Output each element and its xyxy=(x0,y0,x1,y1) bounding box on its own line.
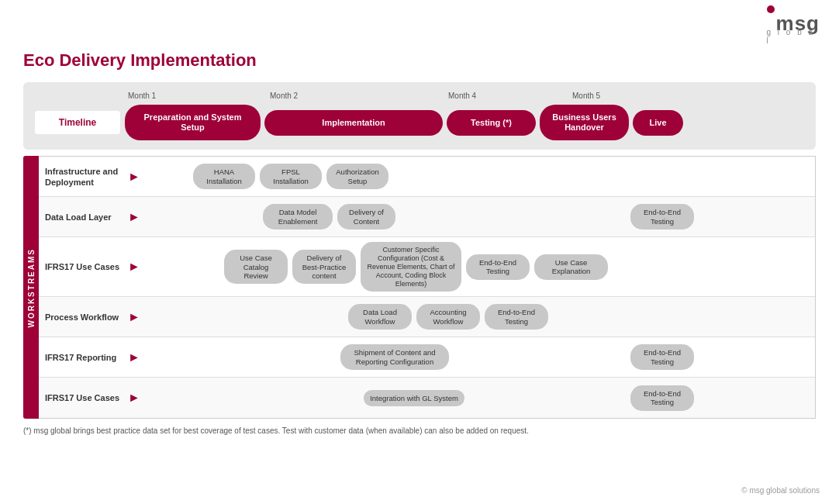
page: msg g l o b a l Eco Delivery Implementat… xyxy=(0,0,839,504)
ws-arrow-process-wf: ► xyxy=(128,310,150,324)
timeline-row: Timeline Preparation and System Setup Im… xyxy=(35,105,804,140)
ws-row-ifrs17-uc: IFRS17 Use Cases ► Use Case Catalog Revi… xyxy=(39,237,815,297)
task-e2e-data-load: End-to-End Testing xyxy=(630,204,694,230)
month-label-4: Month 4 xyxy=(448,91,572,100)
workstreams-label: WORKSTREAMS xyxy=(27,248,36,328)
task-usecase-explanation: Use Case Explanation xyxy=(534,254,608,280)
month-label-2: Month 2 xyxy=(270,91,448,100)
task-e2e-ifrs17-uc2: End-to-End Testing xyxy=(630,385,694,411)
month-label-1: Month 1 xyxy=(128,91,270,100)
ws-content-ifrs17-uc: Use Case Catalog Review Delivery of Best… xyxy=(150,242,815,292)
ws-arrow-ifrs17-uc: ► xyxy=(128,260,150,274)
task-hana: HANA Installation xyxy=(193,164,255,189)
task-e2e-process-wf: End-to-End Testing xyxy=(485,304,548,330)
ws-content-ifrs17-uc2: Integration with GL System End-to-End Te… xyxy=(150,385,815,411)
ws-rows: Infrastructure and Deployment ► HANA Ins… xyxy=(39,156,816,419)
phase-handover: Business Users Handover xyxy=(540,105,629,140)
ws-row-data-load: Data Load Layer ► Data Model Enablement … xyxy=(39,197,815,237)
ws-arrow-data-load: ► xyxy=(128,210,150,224)
task-auth: Authorization Setup xyxy=(326,164,388,189)
task-integration-gl: Integration with GL System xyxy=(364,390,464,406)
phase-test: Testing (*) xyxy=(447,110,536,136)
logo: msg g l o b a l xyxy=(767,12,820,36)
timeline-container: Month 1 Month 2 Month 4 Month 5 Timeline… xyxy=(23,82,816,150)
logo-dot xyxy=(767,5,775,13)
task-shipment-content: Shipment of Content and Reporting Config… xyxy=(340,344,449,370)
month-label-5: Month 5 xyxy=(572,91,696,100)
task-fpsl: FPSL Installation xyxy=(260,164,322,189)
ws-content-infra: HANA Installation FPSL Installation Auth… xyxy=(150,164,815,189)
ws-arrow-ifrs17-uc2: ► xyxy=(128,391,150,405)
ws-arrow-ifrs17-rep: ► xyxy=(128,350,150,364)
ws-row-process-wf: Process Workflow ► Data Load Workflow Ac… xyxy=(39,297,815,337)
task-data-load-wf: Data Load Workflow xyxy=(348,304,412,330)
timeline-label: Timeline xyxy=(35,111,120,134)
ws-content-process-wf: Data Load Workflow Accounting Workflow E… xyxy=(150,304,815,330)
task-customer-config: Customer Specific Configuration (Cost & … xyxy=(361,242,461,292)
task-e2e-ifrs17-uc: End-to-End Testing xyxy=(466,254,530,280)
workstreams-section: WORKSTREAMS Infrastructure and Deploymen… xyxy=(23,156,816,419)
ws-content-ifrs17-rep: Shipment of Content and Reporting Config… xyxy=(150,344,815,370)
task-accounting-wf: Accounting Workflow xyxy=(416,304,480,330)
ws-content-data-load: Data Model Enablement Delivery of Conten… xyxy=(150,204,815,230)
workstreams-label-col: WORKSTREAMS xyxy=(23,156,39,419)
ws-label-ifrs17-uc2: IFRS17 Use Cases xyxy=(39,392,128,403)
ws-label-ifrs17-uc: IFRS17 Use Cases xyxy=(39,261,128,272)
ws-label-process-wf: Process Workflow xyxy=(39,312,128,323)
footnote: (*) msg global brings best practice data… xyxy=(23,426,816,435)
ws-row-ifrs17-uc2: IFRS17 Use Cases ► Integration with GL S… xyxy=(39,378,815,418)
task-best-practice: Delivery of Best-Practice content xyxy=(292,250,356,284)
task-e2e-ifrs17-rep: End-to-End Testing xyxy=(630,344,694,370)
page-title: Eco Delivery Implementation xyxy=(23,50,816,71)
ws-row-ifrs17-rep: IFRS17 Reporting ► Shipment of Content a… xyxy=(39,337,815,378)
task-usecase-catalog: Use Case Catalog Review xyxy=(224,250,288,284)
month-labels: Month 1 Month 2 Month 4 Month 5 xyxy=(128,91,804,100)
task-delivery-content: Delivery of Content xyxy=(337,204,395,230)
copyright: © msg global solutions xyxy=(741,486,820,495)
ws-arrow-infra: ► xyxy=(128,170,150,184)
ws-label-data-load: Data Load Layer xyxy=(39,212,128,223)
ws-row-infra: Infrastructure and Deployment ► HANA Ins… xyxy=(39,157,815,197)
phase-prep: Preparation and System Setup xyxy=(125,105,261,140)
ws-label-infra: Infrastructure and Deployment xyxy=(39,166,128,188)
ws-label-ifrs17-rep: IFRS17 Reporting xyxy=(39,352,128,363)
timeline-phases: Preparation and System Setup Implementat… xyxy=(125,105,804,140)
task-data-model: Data Model Enablement xyxy=(263,204,333,230)
logo-sub: g l o b a l xyxy=(767,28,820,45)
phase-impl: Implementation xyxy=(264,110,443,136)
phase-live: Live xyxy=(633,110,683,136)
